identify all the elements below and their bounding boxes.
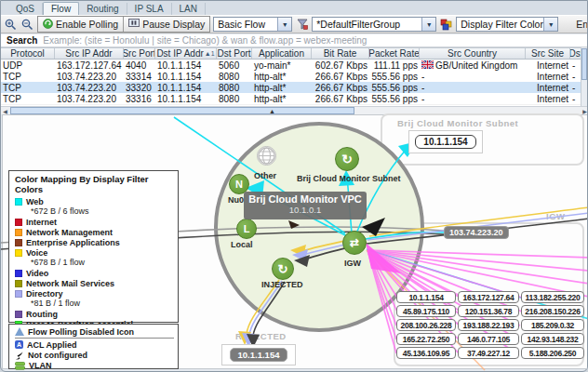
filter-group-select[interactable]: *DefaultFilterGroup ▾ xyxy=(312,17,436,32)
tab-lan[interactable]: LAN xyxy=(172,3,206,15)
tab-bar: QoSFlowRoutingIP SLALAN xyxy=(1,1,588,15)
legend-item-enterprise-applications: Enterprise Applications xyxy=(15,237,174,247)
zoom-in-icon[interactable] xyxy=(4,18,18,32)
search-label: Search xyxy=(7,35,37,46)
table-row[interactable]: TCP103.74.223.203331410.1.1.1548080http-… xyxy=(1,71,582,82)
legend-title: Color Mapping By Display Filter Colors xyxy=(15,174,174,194)
cell: UDP xyxy=(1,60,55,71)
chevron-down-icon[interactable]: ▾ xyxy=(277,18,291,31)
flow-table-header: ProtocolSrc IP AddrSrc PortDst IP Addr▲1… xyxy=(1,47,582,60)
cell: 103.74.223.20 xyxy=(55,82,124,93)
cell: 103.74.223.20 xyxy=(55,71,124,82)
subnet-node-refresh-icon[interactable]: ↻ xyxy=(335,147,359,171)
column-header-src-ip-addr[interactable]: Src IP Addr xyxy=(55,48,124,59)
cell: http-alt* xyxy=(252,93,312,104)
external-ip-box[interactable]: 45.89.175.110 xyxy=(396,305,456,317)
column-header-bit-rate[interactable]: Bit Rate xyxy=(312,48,369,59)
legend-item-label: Voice xyxy=(26,248,47,258)
external-ip-box[interactable]: 216.208.150.226 xyxy=(521,305,584,317)
column-header-dst-port[interactable]: Dst Port xyxy=(217,48,252,59)
cell: 111.11 pps xyxy=(369,60,420,71)
scroll-right-icon[interactable]: ▶ xyxy=(581,107,588,114)
table-row[interactable]: TCP103.74.223.203332010.1.1.1548080http-… xyxy=(1,82,582,93)
cell: 10.1.1.154 xyxy=(155,82,217,93)
column-header-dst-ip-addr[interactable]: Dst IP Addr▲1 xyxy=(155,48,217,59)
cell: Internet xyxy=(526,93,570,104)
truncated-toolbar-label: En xyxy=(576,19,588,30)
external-ip-box[interactable]: 142.93.148.232 xyxy=(521,333,584,345)
igw-node[interactable]: ⇄ xyxy=(342,231,367,255)
table-row[interactable]: TCP103.74.223.203331610.1.1.1548080http-… xyxy=(1,93,582,104)
other-endpoint-globe-icon[interactable] xyxy=(257,146,276,166)
cell: 8080 xyxy=(217,82,252,93)
cell: Internet xyxy=(526,71,570,82)
legend-footer-row: Flow Polling Disabled Icon xyxy=(15,326,174,337)
external-ip-box[interactable]: 5.188.206.250 xyxy=(521,347,584,359)
column-header-application[interactable]: Application xyxy=(252,48,312,59)
external-ip-box[interactable]: 37.49.227.12 xyxy=(458,347,519,359)
cell: 33314 xyxy=(124,71,155,82)
legend-item-voice: Voice xyxy=(15,247,174,258)
tab-ip-sla[interactable]: IP SLA xyxy=(127,3,172,15)
scrollbar-thumb[interactable] xyxy=(10,107,354,114)
cell: 266.67 Kbps xyxy=(312,71,369,82)
external-ip-box[interactable]: 120.151.36.78 xyxy=(458,305,519,317)
tab-flow[interactable]: Flow xyxy=(43,2,79,15)
column-header-packet-rate[interactable]: Packet Rate xyxy=(369,48,420,59)
color-swatch xyxy=(15,249,22,257)
zoom-out-icon[interactable] xyxy=(20,18,34,32)
subnet-endpoint-box[interactable]: 10.1.1.154 xyxy=(408,130,483,153)
injected-node[interactable]: ↻ xyxy=(272,258,294,280)
cell: http-alt* xyxy=(252,71,312,82)
subnet-node-label: Brij Cloud Monitor Subnet xyxy=(297,174,401,183)
chevron-down-icon[interactable]: ▾ xyxy=(421,18,435,31)
column-header-protocol[interactable]: Protocol xyxy=(1,48,55,59)
column-header-src-port[interactable]: Src Port xyxy=(124,48,155,59)
splitter-collapse-icon[interactable]: ▲ xyxy=(269,108,275,114)
legend-item-internet: Internet xyxy=(15,217,174,227)
external-ip-box[interactable]: 146.0.77.105 xyxy=(458,333,519,345)
external-ip-box[interactable]: 10.1.1.154 xyxy=(396,291,456,303)
color-palette-icon[interactable] xyxy=(439,18,453,32)
rejected-label: REJECTED xyxy=(235,331,287,341)
external-ip-box[interactable]: 113.182.255.220 xyxy=(521,291,584,303)
flow-type-select[interactable]: Basic Flow ▾ xyxy=(213,17,292,32)
external-ip-box[interactable]: 163.172.127.64 xyxy=(458,291,519,303)
external-ip-box[interactable]: 165.22.72.250 xyxy=(396,333,456,345)
scrollbar-thumb[interactable] xyxy=(581,48,587,80)
filter-icon[interactable] xyxy=(295,18,309,32)
pause-display-label: Pause Display xyxy=(142,19,205,30)
color-swatch xyxy=(15,311,22,318)
enable-polling-button[interactable]: Enable Polling xyxy=(38,17,124,32)
table-vertical-scrollbar[interactable] xyxy=(581,47,587,106)
external-ip-box[interactable]: 185.209.0.32 xyxy=(521,319,584,331)
external-ip-box[interactable]: 45.136.109.95 xyxy=(396,347,456,359)
subnet-endpoint-ip: 10.1.1.154 xyxy=(415,135,475,149)
flow-table-body: UDP163.172.127.64404010.1.1.1545060yo-ma… xyxy=(1,60,582,106)
external-ip-box[interactable]: 208.100.26.228 xyxy=(396,319,456,331)
cell: GB/United Kingdom xyxy=(420,60,526,71)
rejected-endpoint-box[interactable]: 10.1.1.154 xyxy=(221,344,296,365)
legend-item-label: Network Mail Services xyxy=(26,279,114,288)
search-bar[interactable]: Search Example: (site = Honolulu | site … xyxy=(1,34,588,47)
local-node-label: Local xyxy=(231,240,253,249)
legend-item-label: Internet xyxy=(26,218,57,227)
cell: - xyxy=(420,82,526,93)
external-ip-box[interactable]: 193.188.22.193 xyxy=(458,319,519,331)
gateway-ip-box[interactable]: 103.74.223.20 xyxy=(444,226,509,239)
local-node[interactable]: L xyxy=(236,219,257,239)
legend-footer-label: ACL Applied xyxy=(27,340,77,350)
chevron-down-icon[interactable]: ▾ xyxy=(543,18,557,31)
tab-routing[interactable]: Routing xyxy=(79,3,127,15)
polling-button-group: Enable Polling Pause Display xyxy=(37,16,210,33)
table-row[interactable]: UDP163.172.127.64404010.1.1.1545060yo-ma… xyxy=(1,60,582,71)
column-header-src-country[interactable]: Src Country xyxy=(420,48,526,59)
vlan-icon xyxy=(15,357,25,372)
cell: 10.1.1.154 xyxy=(155,93,217,104)
cell: 4040 xyxy=(124,60,155,71)
pause-display-button[interactable]: Pause Display xyxy=(124,17,209,32)
tab-qos[interactable]: QoS xyxy=(8,3,43,15)
column-header-src-site[interactable]: Src Site xyxy=(526,48,570,59)
scroll-left-icon[interactable]: ◀ xyxy=(1,107,9,114)
display-filter-colors-select[interactable]: Display Filter Colors ▾ xyxy=(456,17,558,32)
